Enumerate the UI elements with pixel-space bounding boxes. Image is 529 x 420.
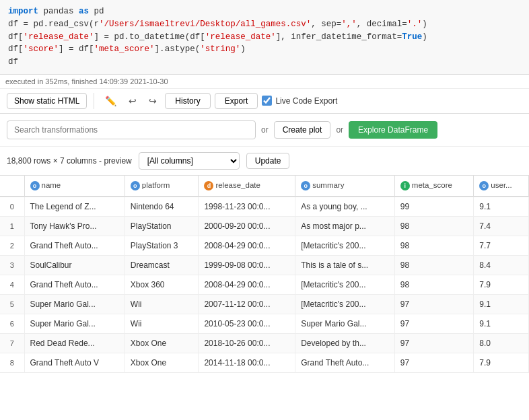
th-user-score: ouser... bbox=[474, 176, 529, 197]
table-row: 3 SoulCalibur Dreamcast 1999-09-08 00:0.… bbox=[0, 255, 529, 275]
cell-summary: Developed by th... bbox=[295, 333, 395, 353]
search-input[interactable] bbox=[7, 120, 256, 139]
table-row: 8 Grand Theft Auto V Xbox One 2014-11-18… bbox=[0, 353, 529, 372]
table-row: 1 Tony Hawk's Pro... PlayStation 2000-09… bbox=[0, 216, 529, 236]
cell-platform: PlayStation bbox=[125, 216, 199, 236]
cell-user-score: 7.9 bbox=[474, 353, 529, 372]
cell-meta-score: 98 bbox=[394, 216, 474, 236]
th-name: oname bbox=[24, 176, 125, 197]
cell-index: 1 bbox=[0, 216, 24, 236]
th-platform: oplatform bbox=[125, 176, 199, 197]
cell-release-date: 2014-11-18 00:0... bbox=[199, 353, 295, 372]
cell-user-score: 8.4 bbox=[474, 255, 529, 275]
table-row: 5 Super Mario Gal... Wii 2007-11-12 00:0… bbox=[0, 294, 529, 314]
cell-platform: Wii bbox=[125, 294, 199, 314]
explore-dataframe-button[interactable]: Explore DataFrame bbox=[349, 121, 437, 139]
columns-select[interactable]: [All columns] bbox=[139, 152, 240, 170]
cell-user-score: 8.0 bbox=[474, 333, 529, 353]
cell-summary: [Metacritic's 200... bbox=[295, 294, 395, 314]
history-button[interactable]: History bbox=[165, 93, 210, 109]
table-row: 0 The Legend of Z... Nintendo 64 1998-11… bbox=[0, 197, 529, 217]
cell-release-date: 2000-09-20 00:0... bbox=[199, 216, 295, 236]
cell-release-date: 2007-11-12 00:0... bbox=[199, 294, 295, 314]
cell-meta-score: 97 bbox=[394, 314, 474, 333]
live-code-export-label[interactable]: Live Code Export bbox=[262, 96, 337, 106]
cell-meta-score: 99 bbox=[394, 197, 474, 217]
cell-summary: [Metacritic's 200... bbox=[295, 236, 395, 255]
cell-name: Red Dead Rede... bbox=[24, 333, 125, 353]
edit-icon-button[interactable]: ✏️ bbox=[101, 93, 120, 109]
cell-summary: [Metacritic's 200... bbox=[295, 275, 395, 294]
cell-meta-score: 98 bbox=[394, 255, 474, 275]
cell-name: Grand Theft Auto V bbox=[24, 353, 125, 372]
cell-summary: As a young boy, ... bbox=[295, 197, 395, 217]
cell-platform: PlayStation 3 bbox=[125, 236, 199, 255]
cell-user-score: 9.1 bbox=[474, 197, 529, 217]
th-summary: osummary bbox=[295, 176, 395, 197]
cell-index: 2 bbox=[0, 236, 24, 255]
live-code-export-checkbox[interactable] bbox=[262, 96, 272, 106]
cell-platform: Wii bbox=[125, 314, 199, 333]
update-button[interactable]: Update bbox=[246, 153, 290, 169]
cell-summary: This is a tale of s... bbox=[295, 255, 395, 275]
cell-meta-score: 97 bbox=[394, 294, 474, 314]
cell-meta-score: 97 bbox=[394, 333, 474, 353]
or-text-1: or bbox=[261, 125, 269, 135]
cell-index: 5 bbox=[0, 294, 24, 314]
cell-meta-score: 98 bbox=[394, 236, 474, 255]
cell-platform: Xbox One bbox=[125, 353, 199, 372]
cell-release-date: 2010-05-23 00:0... bbox=[199, 314, 295, 333]
create-plot-button[interactable]: Create plot bbox=[274, 121, 331, 139]
cell-index: 7 bbox=[0, 333, 24, 353]
cell-platform: Xbox One bbox=[125, 333, 199, 353]
preview-row: 18,800 rows × 7 columns - preview [All c… bbox=[0, 147, 529, 176]
cell-platform: Nintendo 64 bbox=[125, 197, 199, 217]
cell-release-date: 1998-11-23 00:0... bbox=[199, 197, 295, 217]
cell-summary: Grand Theft Auto... bbox=[295, 353, 395, 372]
table-header-row: oname oplatform drelease_date osummary i… bbox=[0, 176, 529, 197]
show-static-html-button[interactable]: Show static HTML bbox=[7, 93, 87, 109]
th-index bbox=[0, 176, 24, 197]
data-table: oname oplatform drelease_date osummary i… bbox=[0, 176, 529, 373]
cell-name: Tony Hawk's Pro... bbox=[24, 216, 125, 236]
cell-user-score: 9.1 bbox=[474, 294, 529, 314]
data-table-container: oname oplatform drelease_date osummary i… bbox=[0, 176, 529, 373]
cell-index: 6 bbox=[0, 314, 24, 333]
table-row: 6 Super Mario Gal... Wii 2010-05-23 00:0… bbox=[0, 314, 529, 333]
cell-name: The Legend of Z... bbox=[24, 197, 125, 217]
cell-release-date: 1999-09-08 00:0... bbox=[199, 255, 295, 275]
cell-name: Grand Theft Auto... bbox=[24, 275, 125, 294]
live-code-export-text: Live Code Export bbox=[275, 96, 337, 106]
toolbar: Show static HTML ✏️ ↩ ↪ History Export L… bbox=[0, 89, 529, 114]
search-row: or Create plot or Explore DataFrame bbox=[0, 114, 529, 147]
cell-release-date: 2008-04-29 00:0... bbox=[199, 236, 295, 255]
toolbar-separator bbox=[94, 93, 94, 109]
redo-icon-button[interactable]: ↪ bbox=[145, 93, 161, 109]
cell-name: SoulCalibur bbox=[24, 255, 125, 275]
th-meta-score: imeta_score bbox=[394, 176, 474, 197]
cell-user-score: 7.4 bbox=[474, 216, 529, 236]
cell-platform: Xbox 360 bbox=[125, 275, 199, 294]
cell-summary: As most major p... bbox=[295, 216, 395, 236]
cell-index: 0 bbox=[0, 197, 24, 217]
cell-meta-score: 97 bbox=[394, 353, 474, 372]
cell-name: Super Mario Gal... bbox=[24, 314, 125, 333]
table-row: 2 Grand Theft Auto... PlayStation 3 2008… bbox=[0, 236, 529, 255]
cell-name: Super Mario Gal... bbox=[24, 294, 125, 314]
preview-info-text: 18,800 rows × 7 columns - preview bbox=[7, 156, 132, 166]
th-release-date: drelease_date bbox=[199, 176, 295, 197]
export-button[interactable]: Export bbox=[215, 93, 258, 109]
cell-platform: Dreamcast bbox=[125, 255, 199, 275]
table-row: 4 Grand Theft Auto... Xbox 360 2008-04-2… bbox=[0, 275, 529, 294]
cell-release-date: 2008-04-29 00:0... bbox=[199, 275, 295, 294]
cell-index: 8 bbox=[0, 353, 24, 372]
cell-meta-score: 98 bbox=[394, 275, 474, 294]
cell-release-date: 2018-10-26 00:0... bbox=[199, 333, 295, 353]
cell-name: Grand Theft Auto... bbox=[24, 236, 125, 255]
cell-index: 3 bbox=[0, 255, 24, 275]
undo-icon-button[interactable]: ↩ bbox=[125, 93, 141, 109]
or-text-2: or bbox=[336, 125, 343, 135]
cell-summary: Super Mario Gal... bbox=[295, 314, 395, 333]
cell-user-score: 7.9 bbox=[474, 275, 529, 294]
table-row: 7 Red Dead Rede... Xbox One 2018-10-26 0… bbox=[0, 333, 529, 353]
